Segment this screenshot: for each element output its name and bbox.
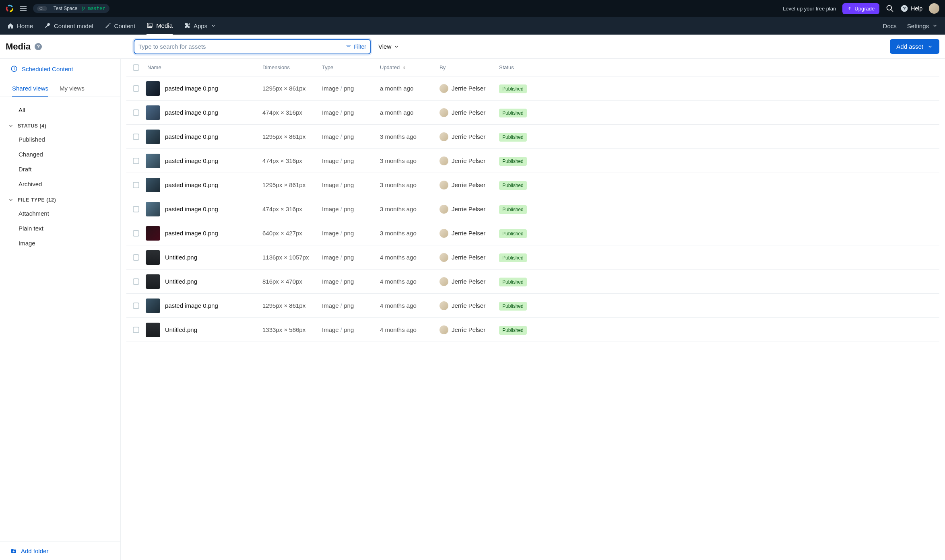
row-checkbox[interactable] <box>133 327 139 333</box>
tab-shared-views[interactable]: Shared views <box>12 85 48 97</box>
group-header-status-label: STATUS (4) <box>18 123 46 129</box>
nav-apps[interactable]: Apps <box>184 17 216 35</box>
row-checkbox[interactable] <box>133 85 139 92</box>
table-row[interactable]: Untitled.png 1136px × 1057px Image / png… <box>126 245 939 270</box>
row-name-cell: pasted image 0.png <box>146 130 262 144</box>
table-row[interactable]: Untitled.png 816px × 470px Image / png 4… <box>126 270 939 294</box>
row-name: Untitled.png <box>165 326 197 333</box>
row-dimensions: 474px × 316px <box>262 206 322 212</box>
nav-content[interactable]: Content <box>105 17 136 35</box>
nav-docs[interactable]: Docs <box>883 17 897 35</box>
row-updated: a month ago <box>380 109 439 116</box>
row-dimensions: 1136px × 1057px <box>262 254 322 261</box>
filter-label: Filter <box>354 43 366 50</box>
page-title-text: Media <box>6 41 31 52</box>
row-updated: a month ago <box>380 85 439 92</box>
th-type[interactable]: Type <box>322 64 380 70</box>
nav-settings[interactable]: Settings <box>907 17 938 35</box>
row-checkbox[interactable] <box>133 134 139 140</box>
row-status: Published <box>499 230 547 237</box>
sidebar-item-status[interactable]: Published <box>0 132 120 147</box>
row-checkbox[interactable] <box>133 254 139 261</box>
help-button[interactable]: ? Help <box>900 4 922 12</box>
row-updated: 4 months ago <box>380 254 439 261</box>
th-updated[interactable]: Updated <box>380 64 439 70</box>
upgrade-button[interactable]: Upgrade <box>842 3 879 14</box>
status-badge: Published <box>499 278 527 286</box>
row-checkbox-cell <box>126 230 146 237</box>
search-button[interactable] <box>886 4 894 12</box>
group-header-filetype[interactable]: FILE TYPE (12) <box>0 191 120 206</box>
th-by[interactable]: By <box>439 64 499 70</box>
chevron-down-icon <box>210 23 216 29</box>
row-by: Jerrie Pelser <box>439 229 499 238</box>
nav-media[interactable]: Media <box>146 17 173 35</box>
table-row[interactable]: pasted image 0.png 474px × 316px Image /… <box>126 149 939 173</box>
status-badge: Published <box>499 157 527 166</box>
status-badge: Published <box>499 229 527 238</box>
table-row[interactable]: pasted image 0.png 1295px × 861px Image … <box>126 76 939 101</box>
row-checkbox[interactable] <box>133 158 139 164</box>
add-folder-button[interactable]: Add folder <box>0 541 120 560</box>
row-checkbox[interactable] <box>133 182 139 188</box>
filter-button[interactable]: Filter <box>346 43 366 50</box>
row-by: Jerrie Pelser <box>439 205 499 214</box>
table-row[interactable]: pasted image 0.png 474px × 316px Image /… <box>126 101 939 125</box>
nav-content-model[interactable]: Content model <box>44 17 93 35</box>
row-checkbox[interactable] <box>133 278 139 285</box>
row-type: Image / png <box>322 278 380 285</box>
scheduled-content-link[interactable]: Scheduled Content <box>0 59 120 79</box>
help-label: Help <box>911 5 922 12</box>
sidebar-item-status[interactable]: Changed <box>0 147 120 162</box>
row-name: pasted image 0.png <box>165 230 218 237</box>
thumbnail-icon <box>146 202 160 216</box>
view-selector[interactable]: View <box>378 43 399 50</box>
space-selector[interactable]: CL Test Space master <box>33 4 109 13</box>
group-header-status[interactable]: STATUS (4) <box>0 117 120 132</box>
git-branch-icon <box>81 6 86 11</box>
tab-my-views[interactable]: My views <box>60 85 85 97</box>
view-label: View <box>378 43 391 50</box>
author-avatar-icon <box>439 229 448 238</box>
row-name: Untitled.png <box>165 254 197 261</box>
row-updated: 3 months ago <box>380 230 439 237</box>
author-avatar-icon <box>439 277 448 286</box>
add-asset-button[interactable]: Add asset <box>890 39 939 54</box>
sidebar-item-filetype[interactable]: Attachment <box>0 206 120 221</box>
table-row[interactable]: pasted image 0.png 1295px × 861px Image … <box>126 294 939 318</box>
user-avatar[interactable] <box>929 3 939 14</box>
row-checkbox[interactable] <box>133 206 139 212</box>
search-input[interactable] <box>138 43 346 50</box>
row-dimensions: 1295px × 861px <box>262 85 322 92</box>
row-by: Jerrie Pelser <box>439 108 499 117</box>
table-row[interactable]: pasted image 0.png 474px × 316px Image /… <box>126 197 939 221</box>
th-dimensions[interactable]: Dimensions <box>262 64 322 70</box>
info-help-icon[interactable]: ? <box>35 43 42 50</box>
row-status: Published <box>499 157 547 164</box>
sidebar-item-filetype[interactable]: Image <box>0 236 120 251</box>
select-all-checkbox[interactable] <box>133 64 139 71</box>
th-status[interactable]: Status <box>499 64 547 70</box>
th-name[interactable]: Name <box>146 64 262 70</box>
row-checkbox[interactable] <box>133 109 139 116</box>
row-checkbox[interactable] <box>133 230 139 237</box>
filter-icon <box>346 44 351 49</box>
table-header: Name Dimensions Type Updated By Status <box>126 59 939 76</box>
help-icon: ? <box>900 4 908 12</box>
thumbnail-icon <box>146 130 160 144</box>
table-row[interactable]: Untitled.png 1333px × 586px Image / png … <box>126 318 939 342</box>
row-name: pasted image 0.png <box>165 157 218 164</box>
row-name-cell: pasted image 0.png <box>146 202 262 216</box>
sidebar-item-all[interactable]: All <box>0 103 120 117</box>
sidebar-item-filetype[interactable]: Plain text <box>0 221 120 236</box>
nav-home[interactable]: Home <box>7 17 33 35</box>
table-row[interactable]: pasted image 0.png 1295px × 861px Image … <box>126 125 939 149</box>
table-row[interactable]: pasted image 0.png 1295px × 861px Image … <box>126 173 939 197</box>
asset-search[interactable]: Filter <box>134 39 371 54</box>
hamburger-icon[interactable] <box>19 4 27 12</box>
row-checkbox[interactable] <box>133 303 139 309</box>
table-row[interactable]: pasted image 0.png 640px × 427px Image /… <box>126 221 939 245</box>
sidebar-item-status[interactable]: Archived <box>0 177 120 191</box>
sidebar-item-status[interactable]: Draft <box>0 162 120 177</box>
row-type: Image / png <box>322 230 380 237</box>
